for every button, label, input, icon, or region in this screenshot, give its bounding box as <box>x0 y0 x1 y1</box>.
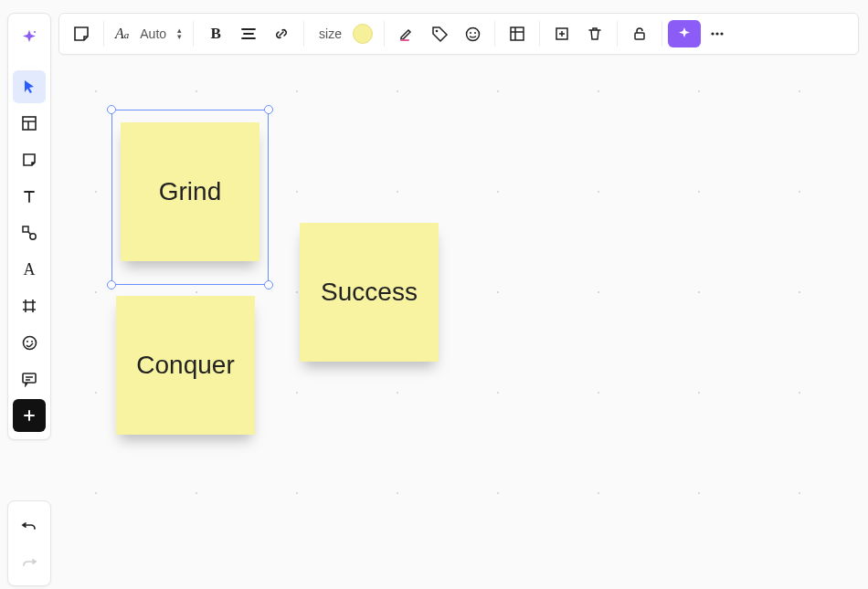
text-icon <box>21 188 37 205</box>
duplicate-icon <box>554 26 570 42</box>
tool-sidebar: A <box>7 13 51 440</box>
tag-button[interactable] <box>423 17 456 50</box>
emoji-button[interactable] <box>456 17 489 50</box>
sticky-note-text: Conquer <box>136 351 234 380</box>
select-tool-button[interactable] <box>13 70 46 103</box>
cursor-icon <box>21 79 37 95</box>
history-sidebar <box>7 500 51 586</box>
svg-point-2 <box>470 32 471 34</box>
size-label: size <box>315 26 345 41</box>
frame-tool-button[interactable] <box>13 289 46 322</box>
link-icon <box>273 26 290 42</box>
text-a-icon: A <box>24 260 36 279</box>
dots-icon <box>709 26 725 42</box>
text-tool-button[interactable] <box>13 180 46 213</box>
redo-button[interactable] <box>13 545 46 578</box>
redo-icon <box>20 552 38 571</box>
layout-icon <box>21 115 37 131</box>
svg-point-15 <box>26 341 28 342</box>
sparkle-icon <box>677 26 692 41</box>
bold-button[interactable]: B <box>199 17 232 50</box>
fill-color-button[interactable]: size <box>310 17 378 50</box>
more-button[interactable] <box>701 17 734 50</box>
sticky-note-text: Grind <box>159 177 221 206</box>
svg-rect-11 <box>23 117 36 130</box>
shapes-tool-button[interactable] <box>13 216 46 249</box>
svg-point-9 <box>720 32 723 35</box>
view-split-button[interactable] <box>501 17 534 50</box>
add-tool-button[interactable] <box>13 399 46 432</box>
sticky-note[interactable]: Grind <box>121 122 259 261</box>
svg-point-7 <box>711 32 714 35</box>
highlighter-icon <box>397 25 416 43</box>
font-aa-icon: Aa <box>115 26 129 42</box>
sticky-note[interactable]: Conquer <box>116 296 255 435</box>
emoji-icon <box>464 26 482 43</box>
svg-rect-17 <box>23 373 36 383</box>
highlight-button[interactable] <box>390 17 423 50</box>
align-button[interactable] <box>232 17 265 50</box>
font-size-stepper[interactable]: ▴ ▾ <box>177 27 182 40</box>
sticker-tool-button[interactable] <box>13 326 46 359</box>
connector-tool-button[interactable]: A <box>13 253 46 286</box>
svg-point-10 <box>34 31 36 33</box>
tag-icon <box>431 26 449 43</box>
color-swatch-icon <box>353 24 373 44</box>
sticky-note-text: Success <box>321 278 418 307</box>
svg-point-1 <box>466 27 479 40</box>
ai-button[interactable] <box>668 20 701 47</box>
svg-point-8 <box>715 32 718 35</box>
format-toolbar: Aa Auto ▴ ▾ B size <box>58 13 859 55</box>
sticky-note[interactable]: Success <box>300 223 439 362</box>
shapes-icon <box>21 225 37 241</box>
plus-icon <box>22 408 37 423</box>
svg-point-14 <box>23 336 36 349</box>
sticky-note-icon <box>72 25 90 43</box>
sparkle-icon <box>20 28 38 47</box>
svg-point-0 <box>435 29 438 32</box>
comment-tool-button[interactable] <box>13 363 46 395</box>
svg-point-16 <box>31 341 33 342</box>
font-mode-label: Auto <box>136 26 170 41</box>
lock-open-icon <box>631 26 648 42</box>
chevron-down-icon[interactable]: ▾ <box>177 34 182 40</box>
svg-rect-6 <box>635 33 644 39</box>
delete-button[interactable] <box>578 17 611 50</box>
trash-icon <box>587 26 603 42</box>
sticker-icon <box>21 334 38 352</box>
table-icon <box>509 26 525 42</box>
note-shape-button[interactable] <box>65 17 98 50</box>
sticky-tool-button[interactable] <box>13 143 46 176</box>
template-tool-button[interactable] <box>13 107 46 140</box>
undo-button[interactable] <box>13 509 46 542</box>
ai-tool-button[interactable] <box>13 21 46 54</box>
sticky-note-icon <box>21 152 37 168</box>
svg-point-3 <box>474 32 476 34</box>
lock-button[interactable] <box>623 17 656 50</box>
link-button[interactable] <box>265 17 298 50</box>
svg-rect-12 <box>23 226 28 232</box>
duplicate-button[interactable] <box>545 17 578 50</box>
svg-rect-4 <box>511 27 524 40</box>
undo-icon <box>20 516 38 534</box>
frame-icon <box>21 298 37 314</box>
align-center-icon <box>240 26 257 42</box>
comment-icon <box>21 371 37 387</box>
font-size-control[interactable]: Aa Auto ▴ ▾ <box>110 17 187 50</box>
bold-icon: B <box>210 25 220 43</box>
